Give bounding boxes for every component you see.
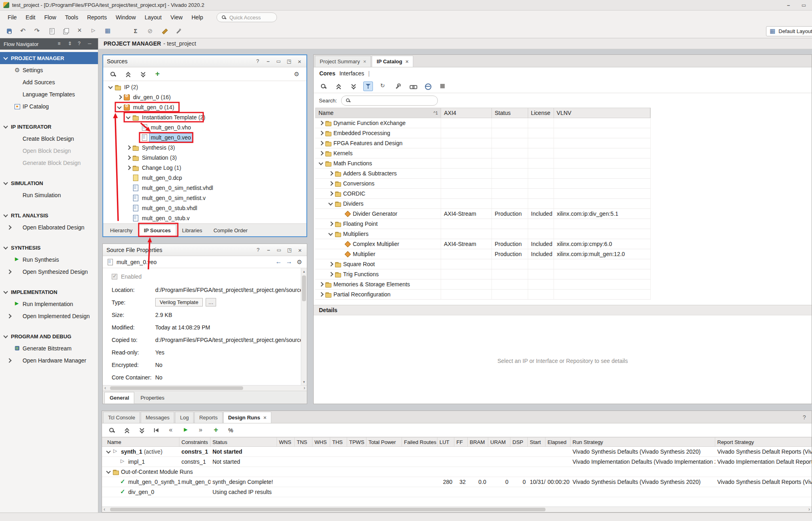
- add-button[interactable]: [212, 426, 221, 435]
- ip-catalog-tab[interactable]: IP Catalog: [372, 56, 413, 67]
- scroll-right-icon[interactable]: ›: [304, 385, 305, 391]
- source-tree-row[interactable]: Simulation (3): [103, 152, 306, 163]
- flow-nav-row[interactable]: Run Implementation: [0, 298, 98, 310]
- undo-button[interactable]: [19, 27, 28, 35]
- expander-icon[interactable]: [134, 134, 140, 141]
- minimize-icon[interactable]: [265, 247, 272, 253]
- step-forward-button[interactable]: [197, 426, 206, 435]
- scroll-left-icon[interactable]: ‹: [104, 506, 105, 512]
- column-header-name[interactable]: Name ^1: [316, 108, 441, 118]
- flow-nav-row[interactable]: Language Templates: [0, 88, 98, 100]
- ip-catalog-row[interactable]: Dynamic Function eXchange: [315, 118, 651, 128]
- copy-button[interactable]: [61, 27, 70, 35]
- more-button[interactable]: …: [206, 298, 216, 306]
- menu-icon[interactable]: [58, 41, 64, 47]
- flow-menu[interactable]: Flow: [40, 12, 61, 23]
- report-button[interactable]: [47, 27, 56, 35]
- expander-icon[interactable]: [125, 195, 131, 201]
- float-icon[interactable]: [275, 58, 282, 65]
- column-header-bram[interactable]: BRAM: [468, 438, 488, 446]
- float-window-icon[interactable]: [802, 2, 808, 8]
- tools-menu[interactable]: Tools: [60, 12, 83, 23]
- expand-all-button[interactable]: [349, 82, 358, 91]
- ip-catalog-row[interactable]: Divider Generator AXI4-Stream Production…: [315, 209, 651, 219]
- general-tab[interactable]: General: [104, 392, 134, 404]
- expander-icon[interactable]: [318, 120, 324, 126]
- flow-nav-row[interactable]: IP Catalog: [0, 100, 98, 113]
- expander-icon[interactable]: [337, 210, 344, 217]
- flow-nav-row[interactable]: Open Block Design: [0, 145, 98, 157]
- qmark-icon[interactable]: [78, 41, 84, 47]
- libraries-tab[interactable]: Libraries: [177, 225, 208, 236]
- column-header-constraints[interactable]: Constraints: [179, 438, 210, 446]
- source-tree-row[interactable]: mult_gen_0 (14): [103, 102, 306, 112]
- expander-icon[interactable]: [318, 140, 324, 146]
- link-button[interactable]: [408, 82, 417, 91]
- expander-icon[interactable]: [116, 104, 123, 110]
- play-button[interactable]: [182, 426, 191, 435]
- maximize-icon[interactable]: [286, 247, 293, 253]
- messages-tab[interactable]: Messages: [141, 412, 174, 423]
- expander-icon[interactable]: [125, 154, 131, 161]
- scrollbar-thumb[interactable]: [302, 275, 306, 301]
- vresize-icon[interactable]: [68, 41, 74, 47]
- flow-nav-row[interactable]: Open Hardware Manager: [0, 354, 98, 367]
- settings-button[interactable]: [118, 27, 127, 35]
- column-header-start[interactable]: Start: [528, 438, 545, 446]
- maximize-icon[interactable]: [286, 58, 292, 65]
- flow-nav-row[interactable]: Open Elaborated Design: [0, 221, 98, 233]
- expander-icon[interactable]: [125, 175, 131, 181]
- back-icon[interactable]: [275, 259, 282, 265]
- design-run-row[interactable]: div_gen_0 Using cached IP results: [102, 487, 812, 497]
- flow-nav-row[interactable]: Open Synthesized Design: [0, 266, 98, 278]
- ip-catalog-row[interactable]: Conversions: [315, 179, 651, 189]
- reports-tab[interactable]: Reports: [194, 412, 223, 423]
- reports-menu[interactable]: Reports: [83, 12, 111, 23]
- design-runs-tab[interactable]: Design Runs: [223, 412, 271, 423]
- properties-tab[interactable]: Properties: [135, 392, 169, 404]
- column-header-whs[interactable]: WHS: [312, 438, 330, 446]
- expander-icon[interactable]: [318, 130, 324, 136]
- expander-icon[interactable]: [318, 281, 324, 288]
- scroll-left-icon[interactable]: ‹: [104, 385, 106, 391]
- interfaces-view[interactable]: Interfaces: [339, 70, 364, 77]
- source-tree-row[interactable]: mult_gen_0_stub.vhdl: [103, 203, 306, 213]
- column-header-elapsed[interactable]: Elapsed: [545, 438, 570, 446]
- expand-all-button[interactable]: [138, 70, 147, 79]
- flow-nav-row[interactable]: Run Simulation: [0, 189, 98, 201]
- compile-order-tab[interactable]: Compile Order: [208, 225, 253, 236]
- column-header-axi4[interactable]: AXI4: [441, 108, 492, 118]
- source-tree-row[interactable]: mult_gen_0_sim_netlist.v: [103, 193, 306, 203]
- gear-icon[interactable]: [296, 259, 303, 265]
- ip-catalog-row[interactable]: Adders & Subtracters: [315, 169, 651, 179]
- vertical-scrollbar[interactable]: ▴ ▾: [301, 268, 307, 385]
- catalog-search-input[interactable]: [341, 96, 438, 106]
- layout-selector[interactable]: Default Layout: [766, 26, 812, 36]
- expander-icon[interactable]: [116, 94, 123, 100]
- expander-icon[interactable]: [327, 271, 334, 277]
- flow-nav-row[interactable]: IMPLEMENTATION: [0, 286, 98, 298]
- column-header-license[interactable]: License: [528, 108, 554, 118]
- ip-catalog-row[interactable]: Memories & Storage Elements: [315, 279, 651, 290]
- design-run-row[interactable]: synth_1 (active) constrs_1 Not started: [102, 447, 812, 457]
- collapse-all-button[interactable]: [123, 70, 132, 79]
- edit-menu[interactable]: Edit: [21, 12, 40, 23]
- expander-icon[interactable]: [134, 124, 140, 131]
- expander-icon[interactable]: [125, 165, 131, 171]
- ip-catalog-row[interactable]: Complex Multiplier AXI4-Stream Productio…: [315, 239, 651, 249]
- expander-icon[interactable]: [337, 251, 344, 257]
- expander-icon[interactable]: [107, 84, 114, 90]
- flow-nav-row[interactable]: SIMULATION: [0, 177, 98, 189]
- flow-nav-row[interactable]: Generate Block Design: [0, 157, 98, 169]
- flow-nav-row[interactable]: PROJECT MANAGER: [0, 52, 98, 64]
- gear-icon[interactable]: [294, 71, 300, 77]
- collapse-all-button[interactable]: [334, 82, 343, 91]
- column-header-tns[interactable]: TNS: [295, 438, 312, 446]
- collapse-all-button[interactable]: [122, 426, 131, 435]
- ip-sources-tab[interactable]: IP Sources: [139, 225, 176, 236]
- ip-catalog-row[interactable]: Partial Reconfiguration: [315, 290, 651, 300]
- column-header-name[interactable]: Name: [105, 438, 179, 446]
- view-menu[interactable]: View: [166, 12, 187, 23]
- column-header-ff[interactable]: FF: [454, 438, 468, 446]
- scrollbar-thumb[interactable]: [110, 508, 545, 511]
